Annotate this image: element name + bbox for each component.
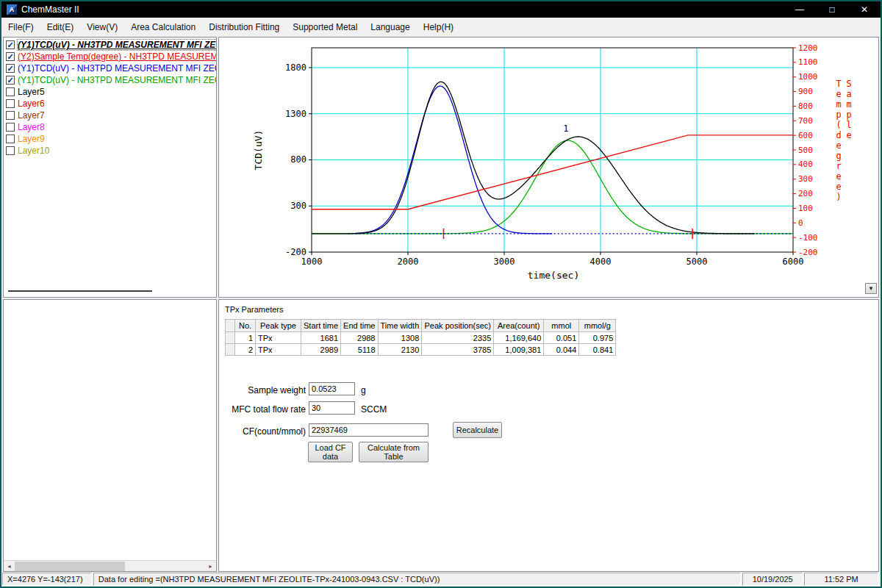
checkbox-unchecked-icon[interactable] <box>6 99 15 108</box>
table-cell: 1,009,381 <box>494 344 544 356</box>
menu-language[interactable]: Language <box>364 19 416 35</box>
table-cell: 2989 <box>301 344 341 356</box>
y-left-tick-label: 800 <box>290 154 306 165</box>
menu-view[interactable]: View(V) <box>80 19 124 35</box>
layer-item-9[interactable]: Layer9 <box>4 133 216 145</box>
sample-weight-input[interactable] <box>309 382 355 395</box>
tpx-parameters-title: TPx Parameters <box>225 305 283 314</box>
scrollbar-thumb[interactable] <box>15 562 125 571</box>
series-tcd-measured-black <box>312 82 755 234</box>
close-button[interactable]: ✕ <box>848 1 881 18</box>
scroll-right-icon[interactable]: ► <box>205 561 216 572</box>
maximize-button[interactable]: □ <box>816 1 848 18</box>
table-row[interactable]: 1TPx16812988130823351,169,6400.0510.975 <box>226 332 616 344</box>
menu-file[interactable]: File(F) <box>1 19 40 35</box>
y-right-tick-label: 900 <box>798 87 813 96</box>
menu-area-calculation[interactable]: Area Calculation <box>124 19 202 35</box>
checkbox-checked-icon[interactable]: ✓ <box>6 76 15 85</box>
layer-list-panel: ✓(Y1)TCD(uV) - NH3TPD MEASUREMENT MFI ZE… <box>3 37 217 298</box>
column-header[interactable]: mmol <box>544 320 579 332</box>
layer-list-scrollbar[interactable] <box>8 290 152 292</box>
layer-item-7[interactable]: Layer7 <box>4 110 216 121</box>
menu-distribution-fitting[interactable]: Distribution Fitting <box>202 19 286 35</box>
column-header[interactable]: mmol/g <box>579 320 616 332</box>
checkbox-unchecked-icon[interactable] <box>6 146 15 155</box>
checkbox-checked-icon[interactable]: ✓ <box>6 40 15 49</box>
y-right-tick-label: -100 <box>798 233 818 243</box>
layer-label: Layer6 <box>18 98 45 109</box>
series-sample-temp-red <box>312 135 793 209</box>
table-cell: TPx <box>256 332 301 344</box>
window-title: ChemMaster II <box>21 4 79 15</box>
cf-input[interactable] <box>309 423 429 437</box>
load-cf-data-button[interactable]: Load CF data <box>308 442 353 462</box>
y-right-tick-label: 500 <box>798 146 813 155</box>
editor-panel: ◄ ► <box>3 299 217 572</box>
app-icon: A <box>7 4 17 15</box>
checkbox-unchecked-icon[interactable] <box>6 123 15 132</box>
tpx-table[interactable]: No.Peak typeStart timeEnd timeTime width… <box>225 319 616 356</box>
y-left-tick-label: 1300 <box>285 109 306 119</box>
table-cell: 2988 <box>341 332 378 344</box>
sample-weight-unit: g <box>361 385 366 395</box>
plot-frame <box>312 48 793 252</box>
recalculate-button[interactable]: Recalculate <box>453 422 502 438</box>
column-header[interactable]: Peak type <box>256 320 301 332</box>
scroll-left-icon[interactable]: ◄ <box>4 561 15 572</box>
menu-help[interactable]: Help(H) <box>417 19 460 35</box>
table-cell: 1 <box>235 332 256 344</box>
chart-panel: 10002000300040005000600018001300800300-2… <box>218 37 879 298</box>
layer-item-5[interactable]: Layer5 <box>4 86 216 98</box>
checkbox-checked-icon[interactable]: ✓ <box>6 64 15 73</box>
x-tick-label: 1000 <box>301 257 323 267</box>
cf-label: CF(count/mmol) <box>219 426 306 437</box>
menu-edit[interactable]: Edit(E) <box>40 19 81 35</box>
column-header[interactable]: Start time <box>301 320 341 332</box>
x-tick-label: 4000 <box>590 257 612 267</box>
y-right-tick-label: 300 <box>798 174 813 184</box>
table-cell: 0.044 <box>544 344 579 356</box>
table-row[interactable]: 2TPx29895118213037851,009,3810.0440.841 <box>226 344 616 356</box>
layer-item-4[interactable]: ✓(Y1)TCD(uV) - NH3TPD MEASUREMENT MFI ZE… <box>4 74 216 86</box>
layer-label: Layer5 <box>18 87 45 97</box>
y-right-tick-label: 600 <box>798 131 813 140</box>
checkbox-unchecked-icon[interactable] <box>6 111 15 120</box>
column-header[interactable]: End time <box>341 320 378 332</box>
layer-item-8[interactable]: Layer8 <box>4 121 216 133</box>
checkbox-unchecked-icon[interactable] <box>6 87 15 96</box>
mfc-flow-rate-input[interactable] <box>309 401 355 415</box>
y-axis-right-title: Sample Temp(degree) <box>833 79 854 266</box>
y-left-tick-label: 300 <box>290 201 306 211</box>
y-left-tick-label: -200 <box>285 247 306 257</box>
column-header[interactable]: Area(count) <box>494 320 544 332</box>
status-bar: X=4276 Y=-143(217) Data for editing =(NH… <box>1 572 881 587</box>
checkbox-checked-icon[interactable]: ✓ <box>6 52 15 61</box>
horizontal-scrollbar[interactable]: ◄ ► <box>4 560 216 571</box>
layer-item-6[interactable]: Layer6 <box>4 98 216 110</box>
layer-label: Layer8 <box>18 122 45 132</box>
menu-bar: File(F) Edit(E) View(V) Area Calculation… <box>1 18 881 37</box>
title-bar: A ChemMaster II — □ ✕ <box>1 1 881 18</box>
minimize-button[interactable]: — <box>784 1 816 18</box>
x-tick-label: 2000 <box>398 257 419 267</box>
column-header[interactable]: No. <box>235 320 256 332</box>
table-cell: 0.841 <box>579 344 616 356</box>
row-header <box>226 332 235 344</box>
chart-dropdown-button[interactable]: ▼ <box>865 283 877 294</box>
layer-label: (Y1)TCD(uV) - NH3TPD MEASUREMENT MFI ZEO… <box>18 63 216 74</box>
menu-supported-metal[interactable]: Supported Metal <box>286 19 364 35</box>
layer-item-2[interactable]: ✓(Y2)Sample Temp(degree) - NH3TPD MEASUR… <box>4 51 216 62</box>
y-right-tick-label: 800 <box>798 101 813 111</box>
layer-label: (Y2)Sample Temp(degree) - NH3TPD MEASURE… <box>18 51 216 62</box>
layer-item-10[interactable]: Layer10 <box>4 145 216 157</box>
peak-annotation: 1 <box>563 123 568 134</box>
column-header[interactable]: Time width <box>378 320 422 332</box>
row-header <box>226 320 235 332</box>
calculate-from-table-button[interactable]: Calculate from Table <box>359 442 429 462</box>
layer-item-1[interactable]: ✓(Y1)TCD(uV) - NH3TPD MEASUREMENT MFI ZE… <box>4 39 216 51</box>
layer-item-3[interactable]: ✓(Y1)TCD(uV) - NH3TPD MEASUREMENT MFI ZE… <box>4 62 216 74</box>
checkbox-unchecked-icon[interactable] <box>6 135 15 143</box>
layer-list: ✓(Y1)TCD(uV) - NH3TPD MEASUREMENT MFI ZE… <box>4 37 216 157</box>
status-date: 10/19/2025 <box>742 573 803 586</box>
column-header[interactable]: Peak position(sec) <box>422 320 494 332</box>
